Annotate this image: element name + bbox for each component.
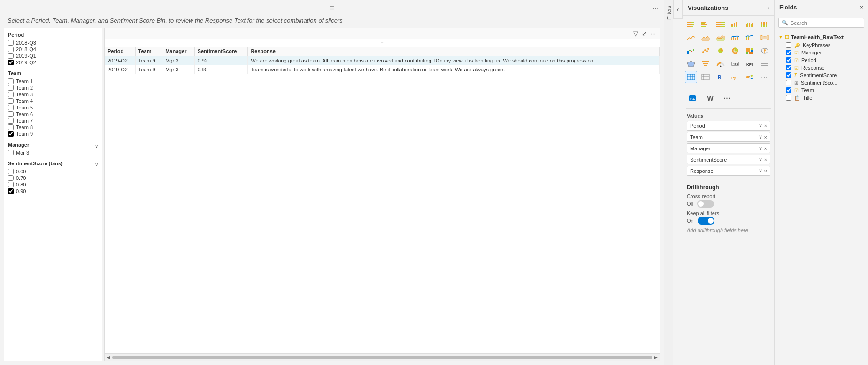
table-more-options-icon[interactable]: ··· bbox=[650, 29, 657, 38]
slicer-item-team1[interactable]: Team 1 bbox=[8, 78, 98, 85]
sentimentscore-field-pill[interactable]: SentimentScore ∨ × bbox=[687, 155, 770, 164]
slicer-item-2019q1[interactable]: 2019-Q1 bbox=[8, 53, 98, 59]
period-2019q2-checkbox[interactable] bbox=[8, 60, 14, 65]
matrix-icon[interactable] bbox=[699, 71, 712, 83]
dataset-header[interactable]: ▼ ⊞ TeamHealth_RawText bbox=[778, 32, 864, 41]
stacked-area-icon[interactable] bbox=[714, 31, 727, 44]
response-field-remove-icon[interactable]: × bbox=[764, 168, 767, 174]
team-field-chevron-icon[interactable]: ∨ bbox=[759, 134, 762, 140]
team8-checkbox[interactable] bbox=[8, 124, 14, 130]
ribbon-chart-icon[interactable] bbox=[759, 31, 771, 44]
slicer-item-2018q3[interactable]: 2018-Q3 bbox=[8, 39, 98, 46]
scroll-right-icon[interactable]: ▶ bbox=[654, 355, 658, 360]
slicer-item-team8[interactable]: Team 8 bbox=[8, 124, 98, 131]
clustered-bar-chart-icon[interactable] bbox=[699, 18, 712, 31]
gauge-icon[interactable] bbox=[714, 58, 727, 70]
manager-field-pill[interactable]: Manager ∨ × bbox=[687, 143, 770, 153]
fields-pane-close-icon[interactable]: × bbox=[860, 4, 863, 11]
area-chart-icon[interactable] bbox=[699, 31, 712, 44]
team-field-checkbox[interactable] bbox=[786, 87, 791, 93]
manager-field-chevron-icon[interactable]: ∨ bbox=[759, 145, 762, 151]
period-2019q1-checkbox[interactable] bbox=[8, 53, 14, 59]
python-icon[interactable]: Py bbox=[729, 71, 741, 83]
period-field-remove-icon[interactable]: × bbox=[764, 123, 767, 129]
period-2018q3-checkbox[interactable] bbox=[8, 40, 14, 46]
slicer-item-team2[interactable]: Team 2 bbox=[8, 85, 98, 91]
slicer-item-team9[interactable]: Team 9 bbox=[8, 131, 98, 137]
line-clustered-icon[interactable] bbox=[729, 31, 741, 44]
sentimentscore-field-chevron-icon[interactable]: ∨ bbox=[759, 156, 762, 163]
clustered-column-icon[interactable] bbox=[744, 18, 756, 31]
waterfall-chart-icon[interactable] bbox=[685, 45, 697, 57]
field-title[interactable]: 📋 Title bbox=[778, 94, 864, 101]
filled-map-icon[interactable] bbox=[685, 58, 697, 70]
fields-search-box[interactable]: 🔍 bbox=[778, 18, 864, 28]
slicer-item-mgr3[interactable]: Mgr 3 bbox=[8, 149, 98, 156]
manager-field-checkbox[interactable] bbox=[786, 50, 791, 55]
team1-checkbox[interactable] bbox=[8, 78, 14, 84]
line-stacked-icon[interactable] bbox=[744, 31, 756, 44]
sent-0.00-checkbox[interactable] bbox=[8, 169, 14, 174]
slicer-item-2019q2[interactable]: 2019-Q2 bbox=[8, 59, 98, 66]
manager-field-remove-icon[interactable]: × bbox=[764, 146, 767, 151]
cross-report-toggle[interactable] bbox=[697, 200, 714, 208]
kpi-icon[interactable]: KPI bbox=[744, 58, 756, 70]
slicer-item-0.00[interactable]: 0.00 bbox=[8, 168, 98, 175]
sent-0.90-checkbox[interactable] bbox=[8, 188, 14, 194]
sentiment-slicer-header[interactable]: SentimentScore (bins) ∨ bbox=[8, 161, 98, 168]
manager-slicer-header[interactable]: Manager ∨ bbox=[8, 142, 98, 149]
slicer-item-team4[interactable]: Team 4 bbox=[8, 98, 98, 104]
sent-0.80-checkbox[interactable] bbox=[8, 182, 14, 187]
collapse-visualizations-btn[interactable]: ‹ bbox=[673, 0, 683, 19]
team4-checkbox[interactable] bbox=[8, 98, 14, 104]
field-manager[interactable]: ☑ Manager bbox=[778, 49, 864, 56]
filter-toolbar-icon[interactable]: ▽ bbox=[632, 29, 639, 38]
viz-expand-icon[interactable]: › bbox=[767, 4, 769, 11]
line-chart-icon[interactable] bbox=[685, 31, 697, 44]
slicer-item-0.90[interactable]: 0.90 bbox=[8, 188, 98, 194]
more-custom-visuals-icon[interactable]: ··· bbox=[720, 92, 735, 104]
response-field-checkbox[interactable] bbox=[786, 65, 791, 70]
slicer-item-team6[interactable]: Team 6 bbox=[8, 111, 98, 117]
title-field-checkbox[interactable] bbox=[786, 95, 791, 101]
table-row[interactable]: 2019-Q2 Team 9 Mgr 3 0.90 Team is wonder… bbox=[105, 65, 660, 74]
team6-checkbox[interactable] bbox=[8, 111, 14, 117]
stacked-bar-chart-icon[interactable] bbox=[685, 18, 697, 31]
slicer-item-team3[interactable]: Team 3 bbox=[8, 91, 98, 98]
sentiment-chevron-icon[interactable]: ∨ bbox=[95, 162, 98, 167]
team7-checkbox[interactable] bbox=[8, 118, 14, 124]
table-row[interactable]: 2019-Q2 Team 9 Mgr 3 0.92 We are working… bbox=[105, 56, 660, 65]
period-field-checkbox[interactable] bbox=[786, 57, 791, 63]
team-field-remove-icon[interactable]: × bbox=[764, 134, 767, 140]
pie-chart-icon[interactable] bbox=[714, 45, 727, 57]
scroll-left-icon[interactable]: ◀ bbox=[107, 355, 110, 360]
sentimentscore-field-remove-icon[interactable]: × bbox=[764, 157, 767, 163]
slicer-item-0.80[interactable]: 0.80 bbox=[8, 181, 98, 188]
team5-checkbox[interactable] bbox=[8, 105, 14, 110]
sentimentsco-bins-checkbox[interactable] bbox=[786, 80, 791, 85]
field-response[interactable]: ☑ Response bbox=[778, 64, 864, 71]
table-icon[interactable] bbox=[685, 71, 697, 83]
key-influencers-icon[interactable] bbox=[744, 71, 756, 83]
slicer-item-team5[interactable]: Team 5 bbox=[8, 104, 98, 111]
period-field-chevron-icon[interactable]: ∨ bbox=[759, 123, 762, 129]
stacked-bar-100-icon[interactable] bbox=[714, 18, 727, 31]
keep-all-filters-toggle[interactable] bbox=[698, 217, 714, 225]
fields-search-input[interactable] bbox=[791, 20, 861, 26]
mgr3-checkbox[interactable] bbox=[8, 150, 14, 155]
field-team[interactable]: ☑ Team bbox=[778, 86, 864, 94]
team2-checkbox[interactable] bbox=[8, 85, 14, 91]
funnel-icon[interactable] bbox=[699, 58, 712, 70]
sent-0.70-checkbox[interactable] bbox=[8, 175, 14, 181]
r-visual-icon[interactable]: R bbox=[714, 71, 727, 83]
slicer-item-team7[interactable]: Team 7 bbox=[8, 117, 98, 124]
response-field-pill[interactable]: Response ∨ × bbox=[687, 166, 770, 176]
period-2018q4-checkbox[interactable] bbox=[8, 47, 14, 52]
keyphrases-checkbox[interactable] bbox=[786, 42, 791, 48]
period-field-pill[interactable]: Period ∨ × bbox=[687, 121, 770, 131]
slicer-item-2018q4[interactable]: 2018-Q4 bbox=[8, 46, 98, 53]
field-period[interactable]: ☑ Period bbox=[778, 56, 864, 64]
treemap-icon[interactable] bbox=[744, 45, 756, 57]
field-sentimentscore[interactable]: Σ SentimentScore bbox=[778, 71, 864, 79]
slicer-item-0.70[interactable]: 0.70 bbox=[8, 175, 98, 181]
